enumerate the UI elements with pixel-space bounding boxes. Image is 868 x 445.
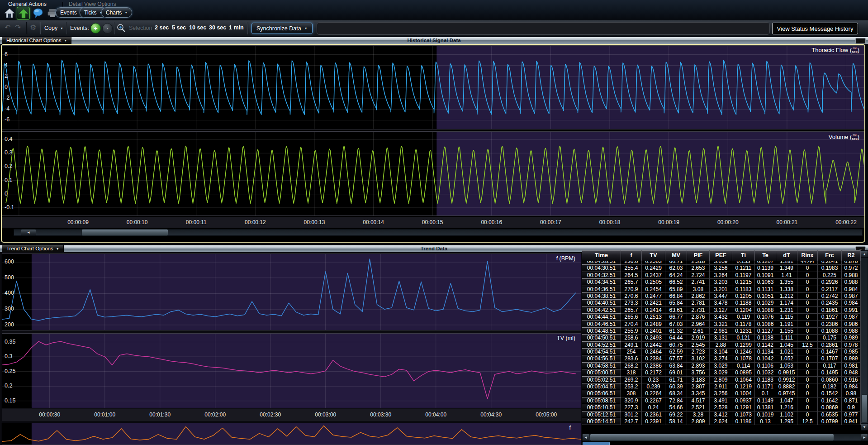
- table-row[interactable]: 00:04:36.51270.90.245465.893.083.2010.11…: [582, 286, 861, 293]
- table-row[interactable]: 00:04:38.51270.60.247766.842.8623.4470.1…: [582, 293, 861, 300]
- table-cell: 2.624: [710, 418, 732, 425]
- table-row[interactable]: 00:04:42.51265.70.241463.612.7313.1270.1…: [582, 307, 861, 314]
- table-row[interactable]: 00:04:44.51265.60.251366.772.8763.4320.1…: [582, 314, 861, 321]
- preset-10sec[interactable]: 10 sec: [189, 24, 206, 31]
- historical-scrollbar-left-button[interactable]: ◄: [21, 229, 36, 236]
- table-row[interactable]: 00:05:10.51227.30.2454.662.5212.5280.129…: [582, 404, 861, 411]
- table-cell: 254: [621, 349, 642, 355]
- table-row[interactable]: 00:04:58.51268.20.238663.842.8933.0290.1…: [582, 363, 861, 369]
- table-column-header[interactable]: f: [621, 250, 642, 261]
- table-row[interactable]: 00:04:32.51264.50.243764.242.7243.2640.1…: [582, 272, 861, 279]
- table-row[interactable]: 00:05:02.51269.20.2361.713.1832.8090.106…: [582, 377, 861, 383]
- volume-chart[interactable]: [2, 131, 864, 216]
- table-cell: 1.052: [776, 355, 797, 362]
- table-cell: 0.876: [842, 261, 861, 265]
- home-button[interactable]: [3, 7, 15, 19]
- table-row[interactable]: 00:04:34.51265.70.250566.522.7413.2030.1…: [582, 279, 861, 286]
- preset-2sec[interactable]: 2 sec: [155, 24, 169, 31]
- table-cell: 0.1205: [732, 293, 755, 300]
- table-row[interactable]: 00:04:40.51273.30.242165.842.7813.4780.1…: [582, 300, 861, 306]
- table-cell: 0.1064: [732, 377, 755, 383]
- table-cell: 0.2505: [642, 279, 665, 286]
- view-status-message-history-button[interactable]: View Status Message History: [772, 23, 858, 34]
- table-cell: 3.321: [710, 321, 732, 328]
- table-column-header[interactable]: Frc: [818, 250, 842, 261]
- table-row[interactable]: 00:05:12.51301.20.236169.223.283.4120.10…: [582, 412, 861, 418]
- table-row[interactable]: 00:04:54.512540.246462.592.7233.1040.124…: [582, 349, 861, 355]
- table-column-header[interactable]: PIF: [687, 250, 710, 261]
- table-cell: 00:05:08.51: [582, 397, 621, 404]
- table-cell: 1.155: [776, 328, 797, 335]
- trend-chart-options-menu[interactable]: Trend Chart Options ▼: [2, 245, 64, 252]
- table-cell: 61.32: [665, 328, 687, 335]
- table-row[interactable]: 00:04:52.51249.10.244260.752.5452.880.12…: [582, 342, 861, 349]
- table-column-header[interactable]: R2: [842, 250, 861, 261]
- zoom-selection-button[interactable]: [117, 24, 126, 34]
- table-cell: 0.991: [842, 307, 861, 314]
- table-cell: 0.1073: [732, 412, 755, 418]
- table-cell: 2.61: [687, 328, 710, 335]
- table-column-header[interactable]: TV: [642, 250, 665, 261]
- comment-button[interactable]: [32, 7, 44, 19]
- preset-30sec[interactable]: 30 sec: [209, 24, 226, 31]
- table-column-header[interactable]: Rinx: [797, 250, 818, 261]
- table-cell: 0.987: [842, 314, 861, 321]
- table-vscrollbar-down-button[interactable]: ▼: [861, 423, 868, 431]
- table-vscrollbar-thumb[interactable]: [861, 394, 868, 422]
- table-column-header[interactable]: Ti: [732, 250, 755, 261]
- table-vscrollbar-up-button[interactable]: ▲: [861, 250, 868, 258]
- table-cell: 3.432: [710, 314, 732, 321]
- historical-signal-data-title: Historical Signal Data: [0, 38, 868, 43]
- y-tick-label: 200: [5, 321, 14, 328]
- table-column-header[interactable]: dT: [776, 250, 797, 261]
- tool-button[interactable]: ⚙: [30, 23, 36, 32]
- charts-dropdown[interactable]: Charts ▼: [101, 7, 132, 18]
- table-cell: 3.183: [687, 377, 710, 383]
- table-cell: 1.191: [776, 321, 797, 328]
- table-row[interactable]: 00:04:48.51255.90.240161.322.612.9810.12…: [582, 328, 861, 335]
- historical-chart-options-menu[interactable]: Historical Chart Options ▼: [2, 37, 71, 44]
- table-row[interactable]: 00:05:14.51242.70.239158.142.8092.6240.1…: [582, 418, 861, 425]
- table-cell: 0.1076: [755, 314, 776, 321]
- table-cell: 00:04:44.51: [582, 314, 621, 321]
- table-row[interactable]: 00:05:00.513180.217269.013.7563.0290.089…: [582, 369, 861, 376]
- table-cell: 0: [797, 335, 818, 341]
- table-cell: 236.6: [621, 261, 642, 265]
- undo-button[interactable]: ↶: [5, 23, 10, 32]
- table-row[interactable]: 00:05:08.51320.90.226772.844.5173.4910.0…: [582, 397, 861, 404]
- remove-event-button[interactable]: ▪: [102, 23, 113, 33]
- tv-trend-chart[interactable]: [2, 333, 581, 408]
- navigate-up-button[interactable]: [17, 7, 30, 20]
- table-cell: 0.2414: [642, 307, 665, 314]
- preset-1min[interactable]: 1 min: [229, 24, 244, 31]
- table-cell: 0.1: [755, 390, 776, 397]
- table-cell: 270.4: [621, 321, 642, 328]
- table-column-header[interactable]: MV: [665, 250, 687, 261]
- table-column-header[interactable]: Te: [755, 250, 776, 261]
- table-row[interactable]: 00:04:30.51255.40.242962.032.6533.2560.1…: [582, 265, 861, 272]
- table-column-header[interactable]: PEF: [710, 250, 732, 261]
- copy-button[interactable]: Copy: [44, 25, 57, 31]
- table-hscrollbar-right-button[interactable]: ►: [861, 434, 868, 441]
- table-corner-indicator: [583, 442, 610, 445]
- minimize-button[interactable]: –: [855, 38, 866, 44]
- table-column-header[interactable]: Time: [582, 250, 621, 261]
- table-row[interactable]: 00:05:06.513080.226468.343.3453.2560.100…: [582, 390, 861, 397]
- table-row[interactable]: 00:04:56.51283.60.238467.573.1023.2740.1…: [582, 355, 861, 362]
- table-cell: 1.216: [776, 404, 797, 411]
- redo-button[interactable]: ↷: [15, 23, 21, 32]
- preset-5sec[interactable]: 5 sec: [172, 24, 186, 31]
- synchronize-data-dropdown[interactable]: Synchronize Data ▼: [251, 23, 313, 34]
- historical-scrollbar-thumb[interactable]: [81, 229, 168, 236]
- add-event-button[interactable]: +: [90, 23, 101, 33]
- table-row[interactable]: 00:04:46.51270.40.248967.032.9643.3210.1…: [582, 321, 861, 328]
- table-hscrollbar-left-button[interactable]: ◄: [582, 434, 589, 441]
- thoracic-flow-chart[interactable]: [2, 45, 864, 129]
- table-cell: 0: [797, 265, 818, 272]
- table-row[interactable]: 00:04:50.51258.60.249364.442.9193.1310.1…: [582, 335, 861, 341]
- f-bpm-trend-chart[interactable]: [2, 254, 581, 330]
- table-row[interactable]: 00:04:28.51236.60.256360.712.3183.0590.1…: [582, 261, 861, 265]
- table-row[interactable]: 00:05:04.51253.20.23960.392.8072.9110.12…: [582, 383, 861, 390]
- y-tick-label: 0.3: [5, 353, 12, 359]
- table-hscrollbar-thumb[interactable]: [590, 434, 834, 441]
